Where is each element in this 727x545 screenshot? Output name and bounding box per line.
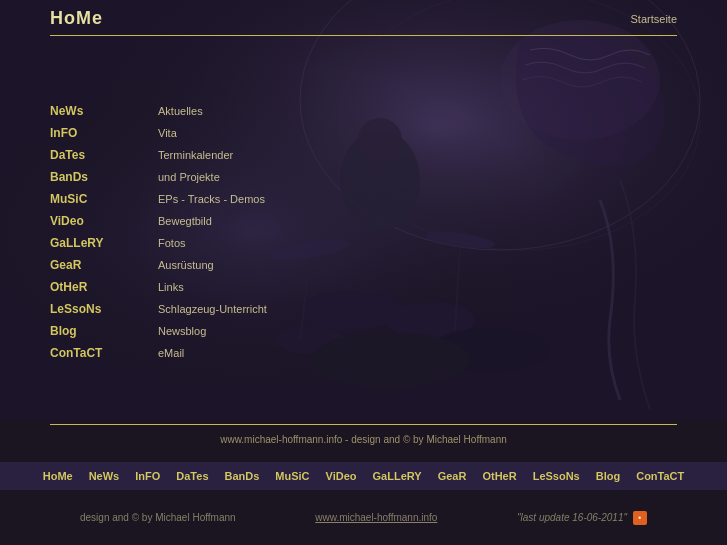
nav-sub-links[interactable]: Links <box>158 276 320 298</box>
nav-sub-email[interactable]: eMail <box>158 342 320 364</box>
bottom-nav-news[interactable]: NeWs <box>89 470 120 482</box>
bottom-footer: design and © by Michael Hoffmann www.mic… <box>0 490 727 545</box>
nav-sub-ausruestung[interactable]: Ausrüstung <box>158 254 320 276</box>
nav-item-music[interactable]: MuSiC <box>50 188 150 210</box>
nav-item-blog[interactable]: Blog <box>50 320 150 342</box>
bottom-nav-other[interactable]: OtHeR <box>482 470 516 482</box>
nav-sub-terminkalender[interactable]: Terminkalender <box>158 144 320 166</box>
footer-right-group: "last update 16-06-2011" ▪ <box>517 511 647 525</box>
header-divider <box>50 35 677 36</box>
bottom-nav-gear[interactable]: GeaR <box>438 470 467 482</box>
bottom-nav-lessons[interactable]: LeSsoNs <box>533 470 580 482</box>
nav-sub-fotos[interactable]: Fotos <box>158 232 320 254</box>
nav-sub-projekte[interactable]: und Projekte <box>158 166 320 188</box>
bottom-nav-music[interactable]: MuSiC <box>275 470 309 482</box>
nav-sub-vita[interactable]: Vita <box>158 122 320 144</box>
footer-center-text: www.michael-hoffmann.info - design and ©… <box>0 434 727 445</box>
bottom-nav-gallery[interactable]: GaLLeRY <box>373 470 422 482</box>
nav-item-video[interactable]: ViDeo <box>50 210 150 232</box>
header: HoMe Startseite <box>0 0 727 100</box>
footer-url[interactable]: www.michael-hoffmann.info <box>315 512 437 523</box>
bottom-nav-video[interactable]: ViDeo <box>326 470 357 482</box>
nav-left: NeWs InFO DaTes BanDs MuSiC ViDeo GaLLeR… <box>50 100 150 364</box>
bottom-nav-contact[interactable]: ConTaCT <box>636 470 684 482</box>
bottom-nav-home[interactable]: HoMe <box>43 470 73 482</box>
nav-item-dates[interactable]: DaTes <box>50 144 150 166</box>
nav-item-lessons[interactable]: LeSsoNs <box>50 298 150 320</box>
bottom-nav-dates[interactable]: DaTes <box>176 470 208 482</box>
svg-point-5 <box>340 130 420 230</box>
nav-sub-newsblog[interactable]: Newsblog <box>158 320 320 342</box>
nav-item-bands[interactable]: BanDs <box>50 166 150 188</box>
bottom-nav-bands[interactable]: BanDs <box>225 470 260 482</box>
nav-sub-bewegtbild[interactable]: Bewegtbild <box>158 210 320 232</box>
nav-sub-aktuelles[interactable]: Aktuelles <box>158 100 320 122</box>
nav-right: Aktuelles Vita Terminkalender und Projek… <box>150 100 320 364</box>
nav-item-info[interactable]: InFO <box>50 122 150 144</box>
svg-point-12 <box>424 228 495 252</box>
nav-panel: NeWs InFO DaTes BanDs MuSiC ViDeo GaLLeR… <box>50 100 330 364</box>
svg-point-8 <box>385 302 475 338</box>
nav-sub-schlagzeug[interactable]: Schlagzeug-Unterricht <box>158 298 320 320</box>
title-me: Me <box>76 8 103 28</box>
nav-item-news[interactable]: NeWs <box>50 100 150 122</box>
footer-copyright: design and © by Michael Hoffmann <box>80 512 236 523</box>
startseite-link[interactable]: Startseite <box>631 13 677 25</box>
svg-point-9 <box>430 328 550 372</box>
site-title: HoMe <box>50 8 103 29</box>
nav-item-gallery[interactable]: GaLLeRY <box>50 232 150 254</box>
footer-last-update: "last update 16-06-2011" <box>517 512 627 523</box>
svg-line-14 <box>455 247 460 330</box>
title-ho: Ho <box>50 8 76 28</box>
svg-point-6 <box>358 118 402 162</box>
nav-item-other[interactable]: OtHeR <box>50 276 150 298</box>
nav-sub-eps[interactable]: EPs - Tracks - Demos <box>158 188 320 210</box>
bottom-nav-info[interactable]: InFO <box>135 470 160 482</box>
nav-item-gear[interactable]: GeaR <box>50 254 150 276</box>
bottom-divider <box>50 424 677 425</box>
svg-point-15 <box>310 332 470 388</box>
bottom-nav-blog[interactable]: Blog <box>596 470 620 482</box>
bottom-nav: HoMe NeWs InFO DaTes BanDs MuSiC ViDeo G… <box>0 462 727 490</box>
rss-icon[interactable]: ▪ <box>633 511 647 525</box>
nav-item-contact[interactable]: ConTaCT <box>50 342 150 364</box>
